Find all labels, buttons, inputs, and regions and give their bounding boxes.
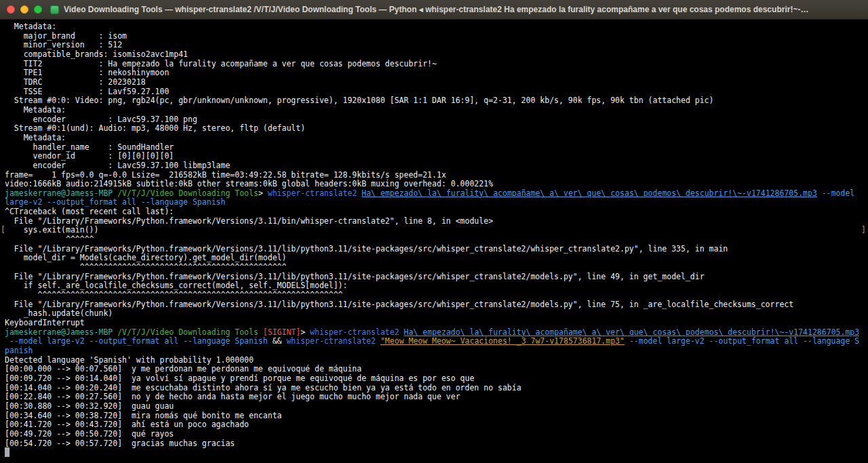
- terminal-text-segment: Metadata:: [5, 22, 56, 31]
- terminal-text-segment: >: [258, 188, 268, 198]
- terminal-text-segment: jameskerrane@Jamess-MBP: [5, 188, 113, 198]
- terminal-line: ^CTraceback (most recent call last):: [5, 207, 868, 217]
- traffic-lights: [7, 5, 42, 14]
- terminal-text-segment: File "/Library/Frameworks/Python.framewo…: [5, 216, 493, 226]
- terminal-line: File "/Library/Frameworks/Python.framewo…: [5, 273, 868, 282]
- terminal-line: [00:34.640 --> 00:38.720] mira nomás qué…: [5, 411, 868, 421]
- terminal-line: [00:30.880 --> 00:32.920] guau guau: [5, 402, 868, 411]
- terminal-line: encoder : Lavc59.37.100 libmp3lame: [5, 161, 868, 171]
- terminal-line: [00:49.720 --> 00:50.720] qué rayos: [5, 430, 868, 439]
- terminal-cursor: [5, 447, 9, 457]
- terminal-line: jameskerrane@Jamess-MBP /V/T/J/Video Dow…: [5, 189, 868, 199]
- terminal-line: frame= 1 fps=0.0 q=-0.0 Lsize= 216582kB …: [5, 171, 868, 180]
- terminal-text-segment: frame= 1 fps=0.0 q=-0.0 Lsize= 216582kB …: [5, 170, 446, 180]
- terminal-text-segment: if self._are_localfile_checksums_correct…: [5, 281, 347, 290]
- terminal-text-segment: File "/Library/Frameworks/Python.framewo…: [5, 300, 793, 309]
- terminal-text-segment: encoder : Lavc59.37.100 libmp3lame: [5, 161, 230, 170]
- terminal-text-segment: KeyboardInterrupt: [5, 318, 85, 327]
- terminal-text-segment: Ha\ empezado\ la\ furality\ acompañame\ …: [361, 188, 817, 198]
- terminal-line: TDRC : 20230218: [5, 78, 868, 87]
- terminal-text-segment: encoder : Lavc59.37.100 png: [5, 115, 197, 124]
- terminal-line: TIT2 : Ha empezado la furality acompañam…: [5, 60, 868, 69]
- terminal-text-segment: TIT2 : Ha empezado la furality acompañam…: [5, 59, 437, 68]
- terminal-line: Stream #0:1(und): Audio: mp3, 48000 Hz, …: [5, 124, 868, 134]
- terminal-line: if self._are_localfile_checksums_correct…: [5, 281, 868, 291]
- terminal-text-segment: [00:49.720 --> 00:50.720] qué rayos: [5, 429, 174, 439]
- terminal-text-segment: TPE1 : nekoshinymoon: [5, 68, 169, 77]
- terminal-screen[interactable]: Metadata: major_brand : isom minor_versi…: [0, 20, 868, 463]
- terminal-line: handler_name : SoundHandler: [5, 143, 868, 153]
- terminal-text-segment: video:1666kB audio:214915kB subtitle:0kB…: [5, 179, 493, 188]
- terminal-line: compatible_brands: isomiso2avc1mp41: [5, 50, 868, 60]
- terminal-text-segment: /V/T/J/Video Downloading Tools: [117, 188, 258, 198]
- terminal-line: Stream #0:0: Video: png, rgb24(pc, gbr/u…: [5, 96, 868, 106]
- terminal-text-segment: ^^^^^^^^^^^^^^^^^^^^^^^^^^^^^^^^^^^^^^^^…: [5, 262, 286, 272]
- terminal-text-segment: large-v2 --output_format all --language …: [5, 197, 225, 207]
- terminal-line: File "/Library/Frameworks/Python.framewo…: [5, 245, 868, 254]
- terminal-text-segment: /V/T/J/Video Downloading Tools: [117, 327, 258, 337]
- edge-mark-right: ]: [861, 226, 866, 235]
- terminal-text-segment: [00:14.040 --> 00:20.240] me escuchaba d…: [5, 383, 521, 392]
- terminal-text-segment: [SIGINT]: [263, 327, 300, 337]
- terminal-text-segment: --model large-v2 --output_format all --l…: [5, 336, 273, 346]
- terminal-text-segment: Ha\ empezado\ la\ furality\ acompañame\ …: [404, 327, 860, 337]
- terminal-text-segment: TDRC : 20230218: [5, 77, 146, 87]
- terminal-line: minor_version : 512: [5, 41, 868, 50]
- terminal-line: [00:09.720 --> 00:14.040] ya volví sí ap…: [5, 374, 868, 384]
- terminal-line: [00:14.040 --> 00:20.240] me escuchaba d…: [5, 384, 868, 393]
- terminal-line: [00:41.720 --> 00:43.720] ahí está un po…: [5, 420, 868, 430]
- terminal-line: model_dir = Models(cache_directory).get_…: [5, 254, 868, 263]
- terminal-line: Metadata:: [5, 134, 868, 143]
- terminal-text-segment: [00:22.840 --> 00:27.560] no y de hecho …: [5, 392, 460, 401]
- terminal-text-segment: [00:09.720 --> 00:14.040] ya volví sí ap…: [5, 374, 474, 383]
- terminal-line: TSSE : Lavf59.27.100: [5, 87, 868, 97]
- terminal-text-segment: jameskerrane@Jamess-MBP: [5, 327, 113, 337]
- terminal-text-segment: ^^^^^^: [5, 235, 94, 244]
- terminal-output: Metadata: major_brand : isom minor_versi…: [5, 22, 868, 458]
- terminal-text-segment: &&: [273, 336, 287, 346]
- terminal-text-segment: [00:54.720 --> 00:57.720] gracias muchas…: [5, 439, 235, 448]
- terminal-text-segment: Metadata:: [5, 105, 66, 115]
- terminal-line: _hash.update(chunk): [5, 309, 868, 319]
- terminal-line: --model large-v2 --output_format all --l…: [5, 337, 868, 346]
- edge-mark-left: [: [1, 226, 5, 235]
- terminal-text-segment: major_brand : isom: [5, 31, 127, 41]
- terminal-text-segment: File "/Library/Frameworks/Python.framewo…: [5, 272, 705, 281]
- terminal-line: encoder : Lavc59.37.100 png: [5, 115, 868, 125]
- terminal-app-icon: [50, 5, 59, 14]
- terminal-line: Detected language 'Spanish' with probabi…: [5, 356, 868, 365]
- terminal-line: KeyboardInterrupt: [5, 319, 868, 328]
- terminal-text-segment: [625, 336, 629, 346]
- window-title: Video Downloading Tools — whisper-ctrans…: [64, 5, 808, 14]
- terminal-text-segment: whisper-ctranslate2: [310, 327, 399, 337]
- terminal-line: File "/Library/Frameworks/Python.framewo…: [5, 217, 868, 226]
- terminal-line: Metadata:: [5, 106, 868, 115]
- terminal-text-segment: whisper-ctranslate2: [286, 336, 376, 346]
- terminal-line: ^^^^^^^^^^^^^^^^^^^^^^^^^^^^^^^^^^^^^^^^…: [5, 263, 868, 273]
- terminal-line: TPE1 : nekoshinymoon: [5, 68, 868, 78]
- terminal-line: [00:22.840 --> 00:27.560] no y de hecho …: [5, 392, 868, 402]
- terminal-text-segment: [258, 327, 263, 337]
- minimize-button[interactable]: [20, 5, 28, 14]
- terminal-line: ^^^^^^: [5, 235, 868, 245]
- terminal-line: ^^^^^^^^^^^^^^^^^^^^^^^^^^^^^^^^^^^^^^^^…: [5, 291, 868, 300]
- terminal-text-segment: File "/Library/Frameworks/Python.framewo…: [5, 244, 728, 254]
- terminal-text-segment: Detected language 'Spanish' with probabi…: [5, 355, 254, 365]
- terminal-text-segment: ^^^^^^^^^^^^^^^^^^^^^^^^^^^^^^^^^^^^^^^^…: [5, 290, 343, 300]
- terminal-line: vendor_id : [0][0][0][0]: [5, 152, 868, 161]
- terminal-text-segment: [00:30.880 --> 00:32.920] guau guau: [5, 401, 174, 411]
- terminal-text-segment: ^CTraceback (most recent call last):: [5, 207, 174, 216]
- titlebar[interactable]: Video Downloading Tools — whisper-ctrans…: [0, 0, 868, 20]
- terminal-line: Metadata:: [5, 22, 868, 32]
- terminal-text-segment: handler_name : SoundHandler: [5, 142, 174, 152]
- terminal-text-segment: --model: [822, 188, 854, 198]
- terminal-text-segment: _hash.update(chunk): [5, 308, 113, 318]
- close-button[interactable]: [7, 5, 15, 14]
- terminal-text-segment: [376, 336, 380, 346]
- terminal-line: File "/Library/Frameworks/Python.framewo…: [5, 300, 868, 310]
- terminal-text-segment: whisper-ctranslate2: [268, 188, 357, 198]
- terminal-text-segment: [00:41.720 --> 00:43.720] ahí está un po…: [5, 420, 249, 429]
- zoom-button[interactable]: [34, 5, 42, 14]
- terminal-text-segment: [817, 188, 822, 198]
- terminal-text-segment: vendor_id : [0][0][0][0]: [5, 151, 174, 161]
